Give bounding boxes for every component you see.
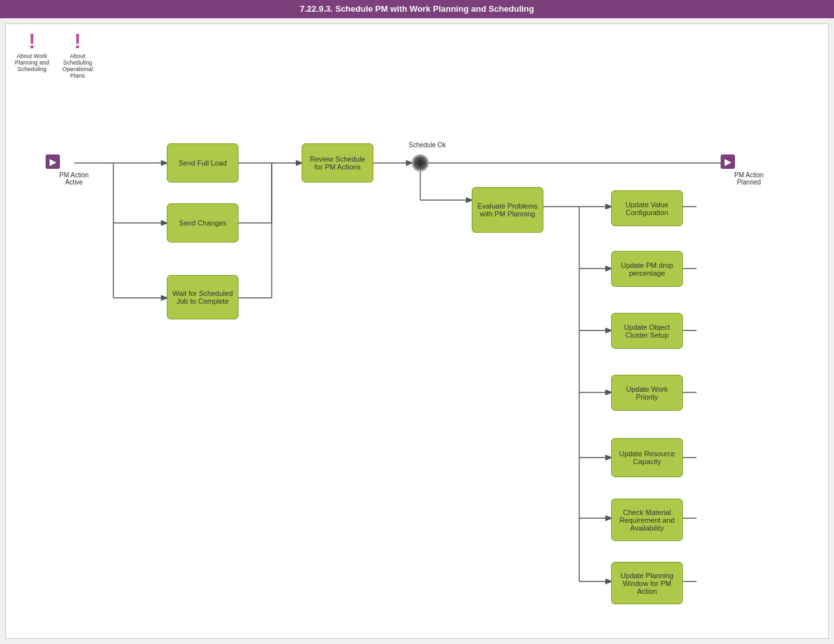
update-pm-drop-node[interactable]: Update PM drop percentage [611,251,683,287]
update-object-cluster-node[interactable]: Update Object Cluster Setup [611,313,683,349]
gateway-node [412,154,429,171]
arrows-svg [6,24,828,638]
title-bar: 7.22.9.3. Schedule PM with Work Planning… [0,0,834,18]
check-material-node[interactable]: Check Material Requirement and Availabil… [611,499,683,541]
end-symbol[interactable]: ▶ [721,154,735,169]
pm-planned-label: PM Action Planned [728,171,770,186]
icon-about-scheduling[interactable]: ! About Scheduling Operational Plans [58,31,97,79]
exclaim-icon-1: ! [29,31,36,51]
exclaim-icon-2: ! [74,31,81,51]
update-value-config-node[interactable]: Update Value Configuration [611,190,683,226]
send-full-load-node[interactable]: Send Full Load [167,143,238,183]
icon-label-2: About Scheduling Operational Plans [58,53,97,79]
wait-scheduled-node[interactable]: Wait for Scheduled Job to Complete [167,275,238,319]
pm-active-label: PM Action Active [53,171,95,186]
update-work-priority-node[interactable]: Update Work Priority [611,375,683,411]
evaluate-problems-node[interactable]: Evaluate Problems with PM Planning [472,187,543,233]
schedule-ok-label: Schedule Ok [409,141,446,149]
icons-area: ! About Work Planning and Scheduling ! A… [12,31,97,79]
update-planning-window-node[interactable]: Update Planning Window for PM Action [611,562,683,604]
start-symbol[interactable]: ▶ [46,154,60,169]
send-changes-node[interactable]: Send Changes [167,203,238,242]
icon-label-1: About Work Planning and Scheduling [12,53,51,72]
page-title: 7.22.9.3. Schedule PM with Work Planning… [300,4,534,14]
main-area: ! About Work Planning and Scheduling ! A… [5,23,829,639]
review-schedule-node[interactable]: Review Schedule for PM Actions [302,143,373,183]
icon-about-work[interactable]: ! About Work Planning and Scheduling [12,31,51,72]
update-resource-capacity-node[interactable]: Update Resource Capacity [611,438,683,477]
